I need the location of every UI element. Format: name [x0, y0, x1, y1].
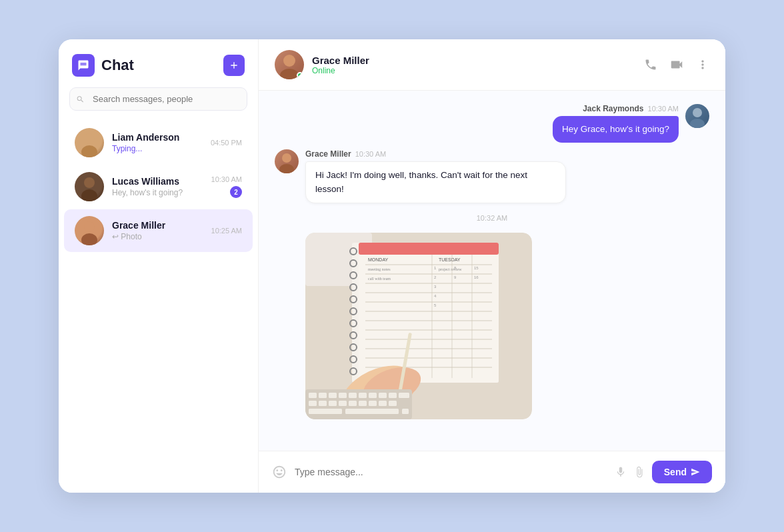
- svg-rect-57: [359, 393, 367, 398]
- svg-rect-72: [345, 409, 399, 414]
- contact-info-grace: Grace Miller ↩ Photo: [112, 220, 211, 241]
- svg-rect-52: [309, 393, 317, 398]
- attach-button[interactable]: [633, 466, 645, 478]
- svg-point-2: [84, 177, 95, 188]
- svg-rect-56: [349, 393, 357, 398]
- message-sender-grace: Grace Miller: [305, 149, 351, 159]
- svg-rect-59: [379, 393, 387, 398]
- svg-point-9: [690, 119, 705, 128]
- svg-point-1: [81, 145, 97, 157]
- message-input[interactable]: [295, 467, 607, 477]
- sidebar-header: Chat: [59, 39, 258, 87]
- app-container: Chat: [59, 39, 725, 493]
- contact-item-grace[interactable]: Grace Miller ↩ Photo 10:25 AM: [64, 209, 253, 252]
- video-call-button[interactable]: [669, 57, 684, 72]
- chat-header-avatar: [275, 50, 304, 79]
- svg-rect-70: [389, 401, 397, 406]
- svg-point-4: [84, 221, 95, 232]
- svg-rect-66: [349, 401, 357, 406]
- svg-text:TUESDAY: TUESDAY: [439, 257, 461, 262]
- svg-point-11: [279, 164, 294, 173]
- svg-rect-69: [379, 401, 387, 406]
- svg-rect-65: [339, 401, 347, 406]
- message-meta-jack: 10:30 AM Jack Raymonds: [553, 104, 679, 113]
- svg-rect-17: [359, 243, 499, 383]
- message-content-jack: 10:30 AM Jack Raymonds Hey Grace, how's …: [553, 104, 679, 143]
- svg-text:MONDAY: MONDAY: [368, 257, 389, 262]
- message-content-grace: Grace Miller 10:30 AM Hi Jack! I'm doing…: [305, 149, 566, 203]
- new-chat-button[interactable]: [223, 55, 245, 76]
- message-bubble-jack: Hey Grace, how's it going?: [553, 116, 679, 143]
- avatar-wrap-lucas: [75, 172, 104, 201]
- search-icon: [76, 95, 85, 103]
- input-actions: Send: [615, 461, 712, 483]
- svg-rect-53: [319, 393, 327, 398]
- send-button[interactable]: Send: [652, 461, 712, 483]
- svg-point-5: [81, 233, 97, 245]
- unread-badge-lucas: 2: [230, 186, 242, 198]
- contact-item-liam[interactable]: Liam Anderson Typing... 04:50 PM: [64, 121, 253, 164]
- svg-point-10: [282, 153, 291, 163]
- svg-rect-61: [399, 393, 409, 398]
- chat-input-area: Send: [259, 451, 725, 493]
- phone-call-button[interactable]: [644, 58, 657, 71]
- contact-name-lucas: Lucas Williams: [112, 176, 211, 187]
- message-time-grace: 10:30 AM: [355, 150, 386, 158]
- chat-header-status: Online: [312, 66, 644, 75]
- sidebar: Chat: [59, 39, 259, 493]
- search-input[interactable]: [69, 87, 247, 111]
- svg-rect-55: [339, 393, 347, 398]
- message-avatar-jack: [685, 104, 709, 128]
- message-row-jack: 10:30 AM Jack Raymonds Hey Grace, how's …: [275, 104, 709, 143]
- contact-info-lucas: Lucas Williams Hey, how's it going?: [112, 176, 211, 197]
- avatar-lucas: [75, 172, 104, 201]
- svg-text:15: 15: [474, 266, 479, 270]
- search-box: [69, 87, 247, 111]
- svg-point-0: [84, 133, 95, 144]
- svg-rect-64: [329, 401, 337, 406]
- avatar-grace: [75, 216, 104, 245]
- contact-name-grace: Grace Miller: [112, 220, 211, 231]
- svg-rect-60: [389, 393, 397, 398]
- message-image: MONDAY TUESDAY meeting notes call with t…: [305, 233, 532, 419]
- send-button-label: Send: [664, 467, 687, 477]
- svg-rect-18: [359, 243, 499, 255]
- contact-time-lucas: 10:30 AM: [211, 175, 242, 183]
- message-bubble-grace: Hi Jack! I'm doing well, thanks. Can't w…: [305, 161, 566, 203]
- svg-rect-71: [309, 409, 342, 414]
- microphone-button[interactable]: [615, 466, 627, 478]
- chat-header-name: Grace Miller: [312, 55, 644, 66]
- message-sender-jack: Jack Raymonds: [583, 104, 643, 113]
- svg-rect-68: [369, 401, 377, 406]
- message-row-grace-image: MONDAY TUESDAY meeting notes call with t…: [275, 230, 709, 419]
- contact-meta-liam: 04:50 PM: [211, 139, 242, 147]
- message-avatar-grace: [275, 149, 299, 173]
- contact-meta-lucas: 10:30 AM 2: [211, 175, 242, 198]
- svg-text:16: 16: [474, 275, 479, 279]
- message-time-jack: 10:30 AM: [648, 105, 679, 113]
- svg-text:call with team: call with team: [368, 277, 391, 281]
- more-options-button[interactable]: [696, 58, 709, 71]
- avatar-wrap-liam: [75, 128, 104, 157]
- emoji-button[interactable]: [272, 465, 287, 479]
- svg-rect-67: [359, 401, 367, 406]
- avatar-liam: [75, 128, 104, 157]
- contact-name-liam: Liam Anderson: [112, 132, 211, 143]
- contact-meta-grace: 10:25 AM: [211, 227, 242, 235]
- avatar-wrap-grace: [75, 216, 104, 245]
- chat-header: Grace Miller Online: [259, 39, 725, 91]
- contact-item-lucas[interactable]: Lucas Williams Hey, how's it going? 10:3…: [64, 165, 253, 208]
- online-indicator: [297, 72, 303, 79]
- svg-rect-63: [319, 401, 327, 406]
- message-content-grace-image: MONDAY TUESDAY meeting notes call with t…: [305, 230, 532, 419]
- svg-rect-54: [329, 393, 337, 398]
- svg-point-8: [693, 108, 702, 117]
- image-timestamp: 10:32 AM: [275, 214, 709, 222]
- messages-area: 10:30 AM Jack Raymonds Hey Grace, how's …: [259, 91, 725, 451]
- sidebar-title-group: Chat: [72, 54, 134, 77]
- svg-point-6: [283, 55, 295, 67]
- app-icon: [72, 54, 95, 77]
- svg-rect-73: [402, 409, 409, 414]
- message-meta-grace: Grace Miller 10:30 AM: [305, 149, 566, 159]
- contact-list: Liam Anderson Typing... 04:50 PM: [59, 120, 258, 493]
